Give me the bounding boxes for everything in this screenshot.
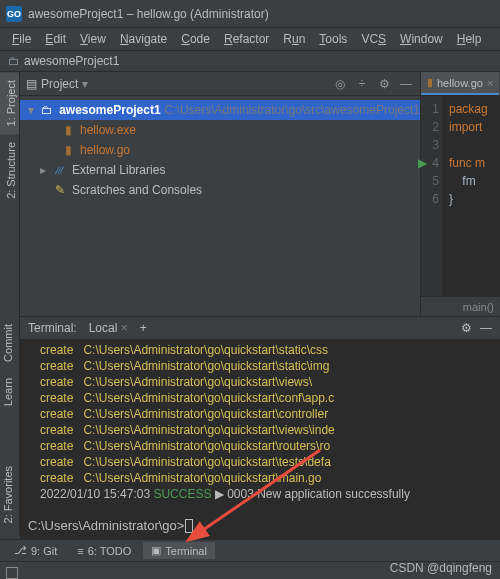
close-icon[interactable]: × xyxy=(121,321,128,335)
expand-icon[interactable]: ▸ xyxy=(40,163,52,177)
add-tab-icon[interactable]: + xyxy=(140,321,147,335)
menu-bar: File Edit View Navigate Code Refactor Ru… xyxy=(0,28,500,50)
chevron-down-icon[interactable]: ▾ xyxy=(82,77,88,91)
gear-icon[interactable]: ⚙ xyxy=(376,76,392,92)
editor-gutter: 1 2 3 ▶4 5 6 xyxy=(421,96,443,296)
code-area[interactable]: packag import func m fm } xyxy=(443,96,500,296)
window-title: awesomeProject1 – hellow.go (Administrat… xyxy=(28,7,269,21)
terminal-line: create C:\Users\Administrator\go\quickst… xyxy=(40,438,496,454)
project-tree[interactable]: ▾ 🗀 awesomeProject1 C:\Users\Administrat… xyxy=(20,96,420,316)
left-tab-learn[interactable]: Learn xyxy=(0,370,16,414)
menu-window[interactable]: Window xyxy=(394,30,449,48)
file-name: hellow.go xyxy=(80,143,130,157)
tree-file[interactable]: ▮ hellow.go xyxy=(20,140,420,160)
bottom-bar: ⎇9: Git ≡6: TODO ▣Terminal xyxy=(0,539,500,561)
folder-icon: 🗀 xyxy=(40,103,56,117)
file-name: hellow.exe xyxy=(80,123,136,137)
tree-external-libraries[interactable]: ▸ ⫻ External Libraries xyxy=(20,160,420,180)
target-icon[interactable]: ◎ xyxy=(332,76,348,92)
menu-view[interactable]: View xyxy=(74,30,112,48)
scratches-icon: ✎ xyxy=(52,183,68,197)
menu-help[interactable]: Help xyxy=(451,30,488,48)
title-bar: GO awesomeProject1 – hellow.go (Administ… xyxy=(0,0,500,28)
nav-root[interactable]: awesomeProject1 xyxy=(24,54,119,68)
menu-vcs[interactable]: VCS xyxy=(355,30,392,48)
left-tab-favorites[interactable]: 2: Favorites xyxy=(0,458,16,531)
editor-tab[interactable]: ▮ hellow.go × xyxy=(421,72,499,95)
run-gutter-icon[interactable]: ▶ xyxy=(418,154,427,172)
hide-panel-icon[interactable]: — xyxy=(398,76,414,92)
terminal-output[interactable]: create C:\Users\Administrator\go\quickst… xyxy=(20,340,500,516)
menu-run[interactable]: Run xyxy=(277,30,311,48)
cursor-icon xyxy=(185,519,193,533)
library-icon: ⫻ xyxy=(52,163,68,177)
bottom-tab-git[interactable]: ⎇9: Git xyxy=(6,542,65,559)
terminal-status-line: 2022/01/10 15:47:03 SUCCESS ▶ 0003 New a… xyxy=(40,486,496,502)
expand-icon[interactable]: ▾ xyxy=(28,103,40,117)
project-panel: ▤ Project ▾ ◎ ÷ ⚙ — ▾ 🗀 awesomeProject1 … xyxy=(20,72,420,316)
tree-root-name: awesomeProject1 xyxy=(59,103,160,117)
go-file-icon: ▮ xyxy=(60,123,76,137)
menu-code[interactable]: Code xyxy=(175,30,216,48)
terminal-line: create C:\Users\Administrator\go\quickst… xyxy=(40,358,496,374)
terminal-line: create C:\Users\Administrator\go\quickst… xyxy=(40,390,496,406)
editor-breadcrumb[interactable]: main() xyxy=(421,296,500,316)
left-tool-strip: 1: Project 2: Structure xyxy=(0,72,20,316)
git-icon: ⎇ xyxy=(14,544,27,557)
left-tab-structure[interactable]: 2: Structure xyxy=(0,134,19,207)
terminal-line: create C:\Users\Administrator\go\quickst… xyxy=(40,374,496,390)
terminal-line: create C:\Users\Administrator\go\quickst… xyxy=(40,342,496,358)
go-file-icon: ▮ xyxy=(60,143,76,157)
folder-icon: 🗀 xyxy=(8,54,20,68)
divide-icon[interactable]: ÷ xyxy=(354,76,370,92)
hide-panel-icon[interactable]: — xyxy=(480,321,492,335)
left-tab-commit[interactable]: Commit xyxy=(0,316,16,370)
go-file-icon: ▮ xyxy=(427,76,433,89)
menu-file[interactable]: File xyxy=(6,30,37,48)
panel-title: Project xyxy=(41,77,78,91)
editor-tabs: ▮ hellow.go × xyxy=(421,72,500,96)
menu-refactor[interactable]: Refactor xyxy=(218,30,275,48)
terminal-icon: ▣ xyxy=(151,544,161,557)
tree-file[interactable]: ▮ hellow.exe xyxy=(20,120,420,140)
project-panel-header: ▤ Project ▾ ◎ ÷ ⚙ — xyxy=(20,72,420,96)
todo-icon: ≡ xyxy=(77,545,83,557)
terminal-header: Terminal: Local × + ⚙ — xyxy=(20,316,500,340)
tree-root-path: C:\Users\Administrator\go\src\awesomePro… xyxy=(165,103,420,117)
editor-body[interactable]: 1 2 3 ▶4 5 6 packag import func m fm } xyxy=(421,96,500,296)
terminal-title: Terminal: xyxy=(28,321,77,335)
terminal-line: create C:\Users\Administrator\go\quickst… xyxy=(40,470,496,486)
tree-scratches[interactable]: ✎ Scratches and Consoles xyxy=(20,180,420,200)
gear-icon[interactable]: ⚙ xyxy=(461,321,472,335)
tree-root[interactable]: ▾ 🗀 awesomeProject1 C:\Users\Administrat… xyxy=(20,100,420,120)
status-icon[interactable] xyxy=(6,567,18,579)
scratches-label: Scratches and Consoles xyxy=(72,183,202,197)
external-libraries-label: External Libraries xyxy=(72,163,165,177)
close-icon[interactable]: × xyxy=(487,77,493,89)
menu-edit[interactable]: Edit xyxy=(39,30,72,48)
terminal-line: create C:\Users\Administrator\go\quickst… xyxy=(40,454,496,470)
left-tab-project[interactable]: 1: Project xyxy=(0,72,19,134)
terminal-tab[interactable]: Local × xyxy=(85,321,132,335)
panel-icon: ▤ xyxy=(26,77,37,91)
terminal-line: create C:\Users\Administrator\go\quickst… xyxy=(40,406,496,422)
watermark: CSDN @dqingfeng xyxy=(390,561,492,575)
bottom-tab-terminal[interactable]: ▣Terminal xyxy=(143,542,215,559)
menu-tools[interactable]: Tools xyxy=(313,30,353,48)
editor: ▮ hellow.go × 1 2 3 ▶4 5 6 packag import… xyxy=(420,72,500,316)
bottom-tab-todo[interactable]: ≡6: TODO xyxy=(69,543,139,559)
prompt-text: C:\Users\Administrator\go> xyxy=(28,518,184,533)
terminal-line: create C:\Users\Administrator\go\quickst… xyxy=(40,422,496,438)
terminal-prompt[interactable]: C:\Users\Administrator\go> xyxy=(20,516,500,539)
editor-tab-label: hellow.go xyxy=(437,77,483,89)
nav-bar: 🗀 awesomeProject1 xyxy=(0,50,500,72)
app-icon: GO xyxy=(6,6,22,22)
terminal-panel: Terminal: Local × + ⚙ — create C:\Users\… xyxy=(20,316,500,539)
menu-navigate[interactable]: Navigate xyxy=(114,30,173,48)
